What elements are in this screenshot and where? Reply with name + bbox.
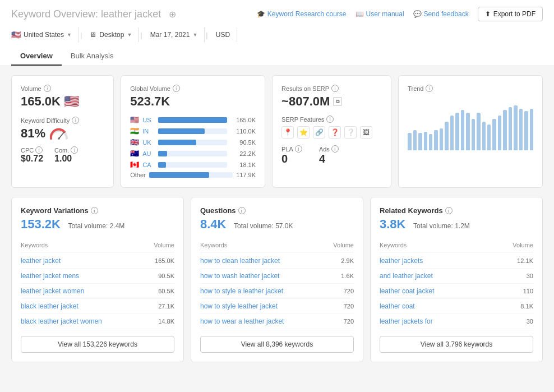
related-table-body: leather jackets 12.1K and leather jacket…: [380, 253, 533, 329]
filters-bar: 🇺🇸 United States ▼ | 🖥 Desktop ▼ | Mar 1…: [11, 27, 543, 43]
country-vol-us: 165.0K: [230, 117, 256, 123]
bar-in: [158, 128, 227, 134]
country-row-ca: 🇨🇦 CA 18.1K: [130, 160, 256, 169]
country-row-uk: 🇬🇧 UK 90.5K: [130, 138, 256, 146]
keyword-link[interactable]: leather jacket women: [21, 287, 84, 295]
keyword-volume: 720: [344, 318, 354, 325]
date-filter[interactable]: Mar 17, 2021 ▼: [144, 27, 205, 42]
related-table-header: Keywords Volume: [380, 238, 533, 252]
serp-copy-icon[interactable]: ⧉: [333, 97, 342, 106]
table-row: leather coat 8.1K: [380, 299, 533, 314]
question2-icon[interactable]: ❔: [344, 126, 357, 139]
cpc-info-icon[interactable]: i: [35, 146, 43, 154]
nav-links: 🎓 Keyword Research course 📖 User manual …: [257, 10, 469, 18]
keyword-link[interactable]: leather jackets for: [380, 317, 433, 325]
questions-info-icon[interactable]: i: [238, 207, 246, 214]
keyword-link[interactable]: how to wear a leather jacket: [200, 317, 284, 325]
keyword-link[interactable]: leather coat: [380, 302, 415, 310]
keyword-volume: 60.5K: [158, 288, 174, 294]
serp-card: Results on SERP i ~807.0M ⧉ SERP Feature…: [272, 75, 391, 188]
keyword-link[interactable]: leather jacket mens: [21, 272, 79, 280]
tab-overview[interactable]: Overview: [11, 47, 62, 66]
keyword-volume: 30: [527, 273, 533, 279]
device-chevron-icon: ▼: [127, 32, 132, 38]
view-all-variations-button[interactable]: View all 153,226 keywords: [21, 336, 174, 353]
variations-count-row: 153.2K Total volume: 2.4M: [21, 217, 174, 232]
ads-info-icon[interactable]: i: [331, 145, 339, 153]
volume-info-icon[interactable]: i: [44, 85, 51, 92]
serp-info-icon[interactable]: i: [331, 85, 339, 92]
device-filter[interactable]: 🖥 Desktop ▼: [83, 27, 139, 42]
related-count-row: 3.8K Total volume: 1.2M: [380, 217, 533, 232]
location-icon[interactable]: 📍: [281, 126, 294, 139]
com-info-icon[interactable]: i: [71, 146, 78, 154]
keyword-variations-section: Keyword Variations i 153.2K Total volume…: [11, 197, 184, 362]
tab-bulk-analysis[interactable]: Bulk Analysis: [62, 47, 123, 66]
table-row: leather jacket women 60.5K: [21, 284, 174, 299]
bar-us: [158, 117, 227, 123]
trend-bar-12: [472, 119, 475, 150]
currency-filter[interactable]: USD: [209, 27, 237, 42]
flag-us: 🇺🇸: [130, 116, 139, 124]
chat-icon: 💬: [413, 10, 422, 18]
trend-bar-7: [445, 122, 448, 150]
keyword-link[interactable]: leather coat jacket: [380, 287, 434, 295]
add-keyword-icon[interactable]: ⊕: [169, 9, 176, 20]
keyword-link[interactable]: how to wash leather jacket: [200, 272, 279, 280]
question-icon[interactable]: ❓: [329, 126, 341, 139]
star-icon[interactable]: ⭐: [297, 126, 310, 139]
serp-features-info-icon[interactable]: i: [326, 116, 334, 123]
us-flag-icon: 🇺🇸: [11, 30, 21, 39]
image-icon[interactable]: 🖼: [360, 126, 372, 139]
trend-info-icon[interactable]: i: [426, 85, 433, 92]
view-all-questions-button[interactable]: View all 8,396 keywords: [200, 336, 354, 353]
country-bars: 🇺🇸 US 165.0K 🇮🇳 IN 110.0K 🇬🇧 UK 90.5K 🇦🇺…: [130, 116, 256, 169]
related-info-icon[interactable]: i: [445, 207, 453, 214]
country-vol-ca: 18.1K: [230, 162, 256, 168]
serp-label: Results on SERP i: [281, 85, 382, 92]
variations-info-icon[interactable]: i: [91, 207, 98, 214]
country-code-in: IN: [142, 128, 155, 135]
questions-title: Questions i: [200, 206, 354, 215]
keyword-link[interactable]: leather jackets: [380, 257, 423, 265]
keyword-link[interactable]: black leather jacket: [21, 302, 79, 310]
global-info-icon[interactable]: i: [173, 85, 180, 92]
keyword-research-link[interactable]: 🎓 Keyword Research course: [257, 10, 347, 18]
link-icon[interactable]: 🔗: [313, 126, 325, 139]
table-row: black leather jacket 27.1K: [21, 299, 174, 314]
related-keywords-title: Related Keywords i: [380, 206, 533, 215]
keyword-link[interactable]: how to clean leather jacket: [200, 257, 280, 265]
trend-bar-9: [455, 113, 459, 150]
serp-features-label: SERP Features i: [281, 116, 382, 123]
bar-ca: [158, 162, 227, 168]
keyword-link[interactable]: how to style leather jacket: [200, 302, 278, 310]
global-volume-label: Global Volume i: [130, 85, 256, 92]
pla-info-icon[interactable]: i: [295, 145, 302, 153]
keyword-link[interactable]: black leather jacket women: [21, 317, 102, 325]
send-feedback-link[interactable]: 💬 Send feedback: [413, 10, 469, 18]
trend-bar-1: [413, 130, 417, 150]
export-pdf-button[interactable]: ⬆ Export to PDF: [478, 7, 543, 21]
trend-bar-2: [418, 133, 422, 150]
table-row: leather jacket 165.0K: [21, 253, 174, 269]
difficulty-info-icon[interactable]: i: [72, 117, 79, 124]
serp-feature-icons: 📍 ⭐ 🔗 ❓ ❔ 🖼: [281, 126, 382, 139]
trend-bar-0: [408, 133, 411, 150]
other-row: Other 117.9K: [130, 172, 256, 178]
keyword-link[interactable]: how to style a leather jacket: [200, 287, 283, 295]
keyword-link[interactable]: and leather jacket: [380, 272, 433, 280]
view-all-related-button[interactable]: View all 3,796 keywords: [380, 336, 533, 353]
questions-table-body: how to clean leather jacket 2.9K how to …: [200, 253, 354, 329]
export-icon: ⬆: [485, 10, 491, 18]
table-row: leather coat jacket 110: [380, 284, 533, 299]
keyword-volume: 14.8K: [158, 318, 174, 325]
trend-bar-20: [514, 105, 517, 150]
global-volume-value: 523.7K: [130, 94, 256, 109]
keyword-link[interactable]: leather jacket: [21, 257, 61, 265]
user-manual-link[interactable]: 📖 User manual: [356, 10, 404, 18]
trend-bar-19: [509, 107, 512, 150]
keyword-volume: 30: [527, 318, 533, 325]
country-chevron-icon: ▼: [67, 32, 72, 38]
desktop-icon: 🖥: [90, 31, 96, 39]
country-filter[interactable]: 🇺🇸 United States ▼: [11, 27, 79, 43]
